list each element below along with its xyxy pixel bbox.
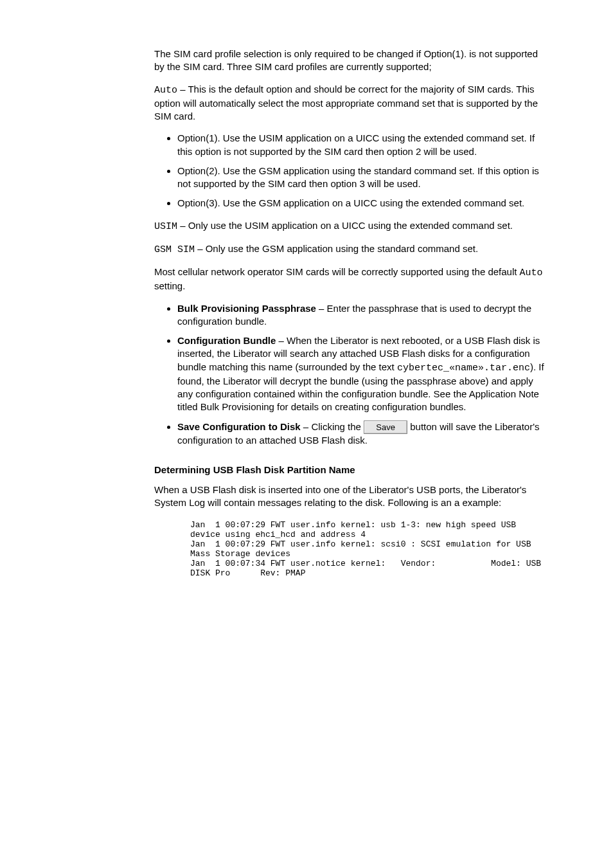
save-button[interactable]: Save [364, 420, 407, 435]
option-auto-label: Auto [154, 85, 177, 96]
option-usim-desc: – Only use the USIM application on a UIC… [177, 220, 513, 231]
list-item: Bulk Provisioning Passphrase – Enter the… [177, 302, 549, 329]
bulk-passphrase-label: Bulk Provisioning Passphrase [177, 303, 316, 314]
auto-note-tail: setting. [154, 280, 185, 291]
list-item: Option(1). Use the USIM application on a… [177, 132, 549, 158]
list-item-text: Option(1). Use the USIM application on a… [177, 132, 549, 158]
auto-options-list: Option(1). Use the USIM application on a… [154, 132, 549, 210]
list-item-text: Option(3). Use the GSM application on a … [177, 197, 549, 210]
flash-intro: When a USB Flash disk is inserted into o… [154, 484, 549, 510]
save-config-desc-pre: – Clicking the [301, 421, 364, 432]
option-auto: Auto – This is the default option and sh… [154, 83, 549, 123]
list-item: Option(3). Use the GSM application on a … [177, 197, 549, 210]
auto-note-code: Auto [520, 267, 543, 278]
option-gsm-desc: – Only use the GSM application using the… [195, 243, 478, 254]
option-usim-label: USIM [154, 221, 177, 232]
list-item: Save Configuration to Disk – Clicking th… [177, 420, 549, 448]
list-item: Configuration Bundle – When the Liberato… [177, 334, 549, 414]
syslog-output: Jan 1 00:07:29 FWT user.info kernel: usb… [190, 521, 549, 579]
bulk-provisioning-list: Bulk Provisioning Passphrase – Enter the… [154, 302, 549, 448]
auto-note-pre: Most cellular network operator SIM cards… [154, 266, 520, 277]
config-bundle-filename: cybertec_«name».tar.enc [397, 363, 530, 374]
save-config-label: Save Configuration to Disk [177, 421, 301, 432]
auto-note: Most cellular network operator SIM cards… [154, 266, 549, 293]
flash-heading: Determining USB Flash Disk Partition Nam… [154, 464, 549, 476]
option-usim: USIM – Only use the USIM application on … [154, 219, 549, 233]
list-item-text: Option(2). Use the GSM application using… [177, 165, 549, 191]
option-gsm: GSM SIM – Only use the GSM application u… [154, 242, 549, 257]
list-item: Option(2). Use the GSM application using… [177, 165, 549, 191]
sim-profile-intro: The SIM card profile selection is only r… [154, 48, 549, 74]
option-auto-desc: – This is the default option and should … [154, 84, 538, 122]
option-gsm-label: GSM SIM [154, 244, 195, 255]
config-bundle-label: Configuration Bundle [177, 335, 276, 346]
